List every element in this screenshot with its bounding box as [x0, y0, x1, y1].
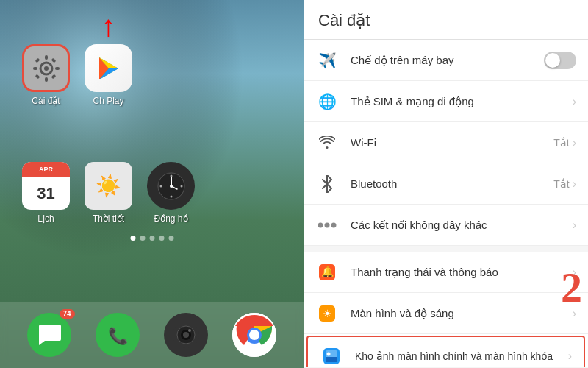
svg-point-42	[327, 353, 331, 356]
phone-icon-box: 📞	[96, 313, 140, 357]
display-icon: ☀	[315, 302, 339, 325]
wifi-value: Tắt	[553, 137, 569, 149]
page-dot-1	[130, 236, 135, 241]
settings-wallpaper-item[interactable]: Kho ảnh màn hình chính và màn hình khóa …	[306, 336, 585, 367]
svg-rect-8	[35, 74, 40, 79]
clock-app-icon[interactable]: Đồng hồ	[147, 162, 195, 224]
calendar-date: 31	[37, 177, 54, 210]
notification-label: Thanh trạng thái và thông báo	[351, 266, 573, 279]
sim-icon: 🌐	[315, 90, 339, 113]
airplane-toggle[interactable]	[544, 52, 576, 69]
svg-rect-2	[45, 55, 48, 60]
svg-point-31	[249, 330, 259, 340]
settings-more-connections-item[interactable]: Các kết nối không dây khác ›	[304, 205, 588, 246]
settings-title: Cài đặt	[318, 11, 370, 29]
sim-label: Thẻ SIM & mạng di động	[351, 95, 573, 108]
wallpaper-arrow: ›	[568, 350, 572, 363]
messages-dock-icon[interactable]: 74	[27, 313, 71, 357]
camera-icon-box	[164, 313, 208, 357]
wifi-arrow: ›	[573, 136, 576, 149]
settings-app-icon[interactable]: Cài đặt	[22, 44, 70, 106]
svg-text:☀: ☀	[323, 308, 332, 319]
svg-point-34	[331, 222, 337, 227]
svg-rect-6	[35, 57, 40, 63]
svg-rect-5	[55, 67, 60, 70]
settings-airplane-item[interactable]: ✈️ Chế độ trên máy bay	[304, 40, 588, 81]
bluetooth-value: Tắt	[553, 178, 569, 190]
display-arrow: ›	[573, 307, 576, 320]
settings-notification-item[interactable]: 🔔 Thanh trạng thái và thông báo ›	[304, 252, 588, 293]
wifi-icon	[315, 131, 339, 155]
svg-point-1	[44, 66, 49, 71]
sim-arrow: ›	[573, 95, 576, 108]
notification-arrow: ›	[573, 266, 576, 279]
messages-badge: 74	[60, 309, 75, 319]
svg-rect-9	[51, 74, 56, 79]
svg-point-26	[183, 332, 189, 338]
wifi-label: Wi-Fi	[351, 136, 553, 149]
page-dot-5	[168, 236, 173, 241]
svg-point-18	[170, 174, 172, 177]
page-dot-3	[149, 236, 154, 241]
svg-point-32	[318, 222, 323, 227]
svg-rect-7	[51, 57, 56, 63]
more-connections-icon	[315, 213, 339, 237]
airplane-label: Chế độ trên máy bay	[351, 54, 544, 67]
display-label: Màn hình và độ sáng	[351, 307, 573, 320]
more-connections-label: Các kết nối không dây khác	[351, 219, 573, 232]
chrome-dock-icon[interactable]	[232, 313, 276, 357]
calendar-month: APR	[22, 162, 70, 177]
svg-text:📞: 📞	[107, 326, 128, 346]
more-connections-arrow: ›	[573, 219, 576, 232]
settings-divider	[304, 246, 588, 252]
messages-icon-box	[27, 313, 71, 357]
svg-rect-41	[326, 357, 337, 362]
settings-bluetooth-item[interactable]: Bluetooth Tắt ›	[304, 163, 588, 205]
app-grid: Cài đặt ↑ Ch Play	[0, 37, 304, 113]
settings-wifi-item[interactable]: Wi-Fi Tắt ›	[304, 122, 588, 163]
svg-text:🔔: 🔔	[321, 266, 334, 278]
svg-point-21	[180, 185, 182, 187]
playstore-app-icon[interactable]: ↑ Ch Play	[85, 44, 132, 106]
calendar-label: Lịch	[37, 213, 54, 224]
chrome-icon-box	[232, 313, 276, 357]
home-screen: Cài đặt ↑ Ch Play APR 31 Lịch	[0, 0, 304, 368]
playstore-app-label: Ch Play	[93, 96, 123, 106]
wallpaper-label: Kho ảnh màn hình chính và màn hình khóa	[355, 350, 568, 363]
calendar-app-icon[interactable]: APR 31 Lịch	[22, 162, 70, 224]
app-dock: 74 📞	[0, 302, 304, 368]
settings-sim-item[interactable]: 🌐 Thẻ SIM & mạng di động ›	[304, 81, 588, 122]
calendar-icon-box: APR 31	[22, 162, 70, 210]
svg-point-27	[188, 329, 191, 332]
playstore-icon-box	[85, 44, 132, 92]
airplane-icon: ✈️	[315, 49, 339, 72]
svg-point-33	[325, 222, 330, 227]
bluetooth-label: Bluetooth	[351, 177, 553, 190]
settings-inner: Cài đặt ✈️ Chế độ trên máy bay 🌐 Thẻ SIM…	[304, 0, 588, 367]
toggle-knob	[545, 53, 560, 68]
page-dot-2	[140, 236, 145, 241]
phone-dock-icon[interactable]: 📞	[96, 313, 140, 357]
svg-point-20	[159, 185, 162, 187]
clock-label: Đồng hồ	[154, 213, 187, 224]
camera-dock-icon[interactable]	[164, 313, 208, 357]
weather-icon-box: ☀️	[85, 162, 132, 210]
settings-panel: Cài đặt ✈️ Chế độ trên máy bay 🌐 Thẻ SIM…	[304, 0, 588, 368]
settings-list: ✈️ Chế độ trên máy bay 🌐 Thẻ SIM & mạng …	[304, 40, 588, 367]
second-row-icons: APR 31 Lịch ☀️ Thời tiết	[0, 162, 217, 224]
svg-point-19	[170, 195, 172, 197]
settings-icon-box	[22, 44, 70, 92]
clock-icon-box	[147, 162, 195, 210]
svg-rect-3	[45, 77, 48, 82]
weather-label: Thời tiết	[93, 213, 124, 224]
bluetooth-arrow: ›	[573, 177, 576, 191]
settings-display-item[interactable]: ☀ Màn hình và độ sáng ›	[304, 293, 588, 334]
bluetooth-icon	[315, 172, 339, 196]
page-dot-4	[159, 236, 164, 241]
settings-header: Cài đặt	[304, 0, 588, 40]
svg-rect-4	[33, 67, 37, 70]
page-indicator	[130, 236, 173, 241]
notification-icon: 🔔	[315, 261, 339, 284]
weather-app-icon[interactable]: ☀️ Thời tiết	[85, 162, 132, 224]
settings-app-label: Cài đặt	[32, 96, 60, 106]
